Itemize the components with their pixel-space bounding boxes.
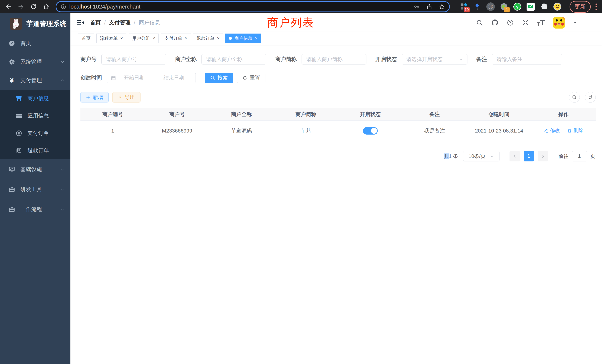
app-title: 芋道管理系统	[26, 19, 66, 28]
extension-proxy-button[interactable]: 1	[500, 2, 508, 11]
tab-process-form[interactable]: 流程表单×	[96, 33, 126, 43]
extension-kite-button[interactable]	[473, 2, 482, 11]
date-range-picker[interactable]: 开始日期 - 结束日期	[107, 73, 196, 83]
chevron-down-icon	[60, 167, 65, 172]
password-key-button[interactable]	[413, 3, 420, 10]
app-logo[interactable]: 芋道管理系统	[0, 13, 70, 34]
next-page-button[interactable]	[538, 151, 548, 161]
add-button[interactable]: 新增	[80, 92, 109, 103]
search-button-label: 搜索	[217, 74, 228, 81]
fullscreen-icon[interactable]	[522, 19, 529, 26]
page-number-button[interactable]: 1	[524, 151, 534, 161]
hamburger-icon[interactable]	[77, 20, 84, 26]
help-icon[interactable]	[507, 19, 514, 26]
sidebar-item-label: 支付订单	[27, 129, 49, 137]
chevron-down-icon	[60, 187, 65, 192]
search-button[interactable]: 搜索	[205, 73, 233, 83]
refresh-icon	[588, 95, 593, 100]
extension-puzzle-button[interactable]	[540, 2, 548, 11]
header-search-icon[interactable]	[476, 19, 483, 26]
tab-user-group[interactable]: 用户分组×	[129, 33, 159, 43]
field-label: 商户全称	[175, 56, 197, 63]
dashboard-icon	[8, 40, 16, 47]
close-icon[interactable]: ×	[120, 36, 123, 41]
breadcrumb-pay[interactable]: 支付管理	[109, 19, 130, 26]
emoji-face-icon	[553, 2, 562, 11]
address-bar[interactable]: localhost:1024/pay/merchant	[56, 1, 450, 12]
close-icon[interactable]: ×	[255, 36, 258, 41]
trash-icon	[567, 128, 572, 133]
sidebar-item-refund-order[interactable]: 退款订单	[0, 142, 70, 159]
browser-home-button[interactable]	[41, 2, 51, 12]
monitor-icon	[8, 166, 16, 173]
field-full-name: 商户全称	[175, 54, 266, 64]
extension-green-y-button[interactable]: y	[513, 2, 522, 11]
caret-down-icon[interactable]	[573, 21, 577, 25]
delete-link[interactable]: 删除	[567, 127, 583, 134]
browser-back-button[interactable]	[3, 2, 13, 12]
extension-chat-button[interactable]	[526, 2, 535, 11]
edit-icon	[544, 128, 549, 133]
close-icon[interactable]: ×	[185, 36, 187, 41]
goto-page-input[interactable]	[572, 151, 587, 161]
tab-pay-order[interactable]: 支付订单×	[161, 33, 191, 43]
cell-remark: 我是备注	[403, 120, 467, 141]
toggle-search-button[interactable]	[569, 92, 580, 103]
selected-text: 共	[444, 153, 449, 159]
remark-input[interactable]	[492, 54, 562, 64]
sidebar-item-label: 应用信息	[27, 112, 49, 119]
edit-link[interactable]: 修改	[544, 127, 560, 134]
info-icon[interactable]	[60, 4, 66, 10]
sidebar-item-label: 支付管理	[20, 77, 42, 84]
extension-blocks-button[interactable]: 10	[460, 2, 468, 11]
sidebar-item-devtools[interactable]: 研发工具	[0, 179, 70, 199]
sidebar-item-app-info[interactable]: 应用信息	[0, 107, 70, 125]
status-select[interactable]	[402, 54, 467, 64]
sidebar-item-merchant-info[interactable]: 商户信息	[0, 90, 70, 107]
tab-home[interactable]: 首页	[78, 33, 94, 43]
github-icon[interactable]	[491, 19, 499, 26]
prev-page-button[interactable]	[509, 151, 520, 161]
sidebar-item-pay[interactable]: ¥ 支付管理	[0, 71, 70, 90]
tab-merchant-info[interactable]: 商户信息×	[225, 33, 261, 43]
page-size-select[interactable]: 10条/页	[463, 151, 499, 161]
breadcrumb-home[interactable]: 首页	[90, 19, 101, 26]
url-path: :1024/pay/merchant	[91, 3, 140, 10]
navbar: 首页 / 支付管理 / 商户信息 TT	[70, 13, 602, 32]
tab-refund-order[interactable]: 退款订单×	[193, 33, 223, 43]
status-toggle[interactable]	[363, 127, 378, 135]
sidebar-item-home[interactable]: 首页	[0, 34, 70, 53]
export-button[interactable]: 导出	[112, 92, 140, 103]
browser-update-button[interactable]: 更新	[570, 1, 591, 13]
cell-merchant-id: 1	[80, 120, 145, 141]
sidebar-item-system[interactable]: 系统管理	[0, 53, 70, 71]
sidebar-item-workflow[interactable]: 工作流程	[0, 199, 70, 219]
browser-menu-button[interactable]	[594, 2, 599, 11]
merchant-no-input[interactable]	[101, 54, 166, 64]
browser-forward-button[interactable]	[16, 2, 26, 12]
plus-icon	[86, 95, 91, 100]
close-icon[interactable]: ×	[217, 36, 220, 41]
field-merchant-no: 商户号	[80, 54, 166, 64]
share-button[interactable]	[426, 3, 432, 10]
browser-reload-button[interactable]	[29, 2, 39, 12]
extension-command-button[interactable]: ⌘	[486, 2, 495, 11]
close-icon[interactable]: ×	[152, 36, 155, 41]
cell-merchant-no: M233666999	[145, 120, 209, 141]
pay-submenu: 商户信息 应用信息 支付订单	[0, 90, 70, 159]
toolbox-icon	[8, 186, 16, 193]
full-name-input[interactable]	[202, 54, 266, 64]
font-size-icon[interactable]: TT	[537, 18, 545, 27]
extension-emoji-button[interactable]	[553, 2, 562, 11]
sidebar-item-label: 工作流程	[20, 206, 42, 213]
chevron-down-icon	[60, 207, 65, 212]
sidebar-item-infra[interactable]: 基础设施	[0, 159, 70, 179]
short-name-input[interactable]	[301, 54, 366, 64]
refresh-table-button[interactable]	[585, 92, 596, 103]
user-avatar[interactable]	[553, 17, 565, 29]
forward-arrow-icon	[18, 3, 24, 10]
sidebar-item-pay-order[interactable]: 支付订单	[0, 125, 70, 142]
puzzle-icon	[540, 3, 548, 11]
reset-button[interactable]: 重置	[237, 73, 265, 83]
bookmark-star-button[interactable]	[439, 3, 445, 10]
